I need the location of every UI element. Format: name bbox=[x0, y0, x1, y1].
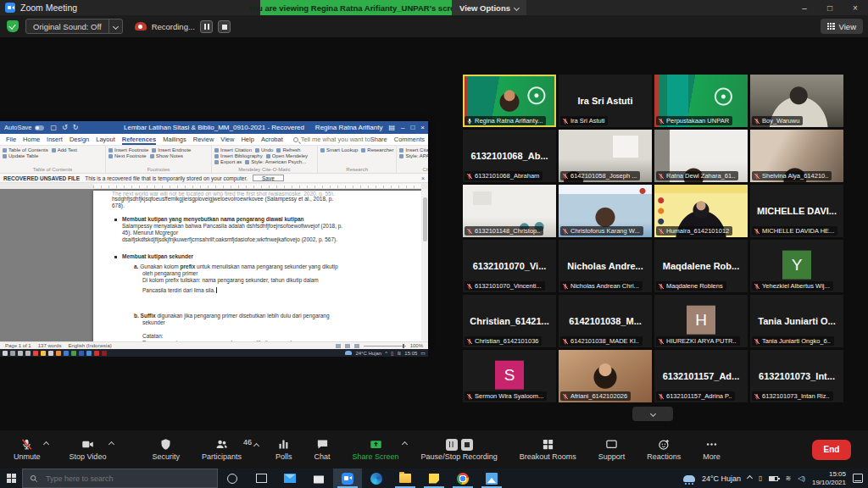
minimize-button[interactable]: – bbox=[792, 3, 817, 13]
word-close-button[interactable]: × bbox=[420, 124, 425, 131]
file-explorer-icon[interactable] bbox=[391, 469, 420, 488]
participant-tile[interactable]: Regina Ratna Arifianty... bbox=[463, 75, 556, 127]
web-layout-icon[interactable] bbox=[354, 344, 359, 348]
redo-icon[interactable]: ↻ bbox=[73, 124, 79, 131]
clock[interactable]: 15:05 19/10/2021 bbox=[812, 470, 846, 486]
ribbon-button[interactable]: Insert Citation bbox=[399, 147, 428, 152]
unmute-button[interactable]: Unmute bbox=[14, 438, 41, 461]
edge-icon[interactable] bbox=[362, 469, 391, 488]
page-count[interactable]: Page 1 of 1 bbox=[5, 343, 31, 348]
participant-tile[interactable]: HHIUREZKI ARYA PUTR.. bbox=[654, 295, 748, 347]
task-view-icon[interactable] bbox=[247, 469, 275, 488]
word-tab-insert[interactable]: Insert bbox=[47, 136, 63, 143]
ribbon-options-icon[interactable]: ▤ bbox=[388, 124, 395, 131]
polls-button[interactable]: Polls bbox=[275, 438, 292, 461]
participant-tile[interactable]: Christoforus Karang W... bbox=[559, 185, 652, 237]
meeting-info-shield-icon[interactable] bbox=[7, 20, 19, 32]
share-button[interactable]: Share bbox=[370, 136, 387, 143]
participant-tile[interactable]: 6132101068_Ab...6132101068_Abraham bbox=[463, 130, 556, 182]
document-page[interactable]: The next world war will not be located o… bbox=[93, 191, 421, 343]
tray-expand-icon[interactable] bbox=[747, 475, 753, 481]
language-status[interactable]: English (Indonesia) bbox=[68, 343, 111, 348]
gallery-view-button[interactable]: View bbox=[821, 19, 863, 34]
word-minimize-button[interactable]: – bbox=[401, 124, 404, 131]
participant-tile[interactable]: 6132101073_Int...6132101073_Intan Riz.. bbox=[750, 350, 843, 402]
participant-tile[interactable]: Christian_61421...Christian_6142101036 bbox=[463, 295, 556, 347]
word-tab-mailings[interactable]: Mailings bbox=[163, 136, 186, 143]
word-maximize-button[interactable]: □ bbox=[410, 124, 415, 131]
ribbon-button[interactable]: Style: APA bbox=[399, 153, 428, 158]
maximize-button[interactable]: □ bbox=[817, 3, 843, 13]
participant-tile[interactable]: Maqdalene Rob...Maqdalene Roblens bbox=[654, 240, 748, 292]
zoom-taskbar-icon[interactable] bbox=[333, 469, 362, 488]
breakout-rooms-button[interactable]: Breakout Rooms bbox=[520, 438, 576, 461]
security-button[interactable]: Security bbox=[152, 438, 180, 461]
pause-stop-recording-button[interactable]: Pause/Stop Recording bbox=[421, 439, 498, 461]
save-recovered-button[interactable]: Save bbox=[253, 175, 284, 181]
participant-tile[interactable]: MICHELLE DAVI...MICHELLE DAVIDA HE... bbox=[750, 185, 843, 237]
word-tab-design[interactable]: Design bbox=[70, 136, 89, 143]
word-tab-acrobat[interactable]: Acrobat bbox=[261, 136, 283, 143]
usb-icon[interactable]: ▯ bbox=[759, 474, 762, 482]
document-area[interactable]: The next world war will not be located o… bbox=[0, 189, 428, 343]
end-meeting-button[interactable]: End bbox=[812, 440, 851, 460]
share-screen-button[interactable]: Share Screen bbox=[353, 438, 399, 461]
zoom-slider[interactable] bbox=[364, 346, 406, 347]
participant-tile[interactable]: Nicholas Andre...Nicholas Andrean Chri..… bbox=[559, 240, 652, 292]
sticky-notes-icon[interactable] bbox=[420, 469, 448, 488]
word-tab-layout[interactable]: Layout bbox=[96, 136, 115, 143]
taskbar-search[interactable] bbox=[22, 469, 218, 488]
ribbon-button[interactable]: Refresh bbox=[276, 147, 300, 152]
ribbon-button[interactable]: Researcher bbox=[361, 147, 393, 152]
pause-recording-button[interactable] bbox=[200, 20, 213, 33]
save-icon[interactable]: ▢ bbox=[51, 124, 58, 131]
photos-icon[interactable] bbox=[477, 469, 506, 488]
word-tab-help[interactable]: Help bbox=[241, 136, 253, 143]
participant-tile[interactable]: Humaira_6142101012 bbox=[654, 185, 748, 237]
ribbon-button[interactable]: Add Text bbox=[52, 147, 77, 152]
stop-recording-button[interactable] bbox=[218, 20, 231, 33]
word-tab-view[interactable]: View bbox=[220, 136, 234, 143]
ribbon-button[interactable]: Insert Bibliography bbox=[214, 153, 263, 158]
participant-tile[interactable]: 6142101038_M...6142101038_MADE KI.. bbox=[559, 295, 652, 347]
word-count[interactable]: 137 words bbox=[38, 343, 62, 348]
ribbon-button[interactable]: Next Footnote bbox=[108, 153, 147, 158]
chat-button[interactable]: Chat bbox=[314, 438, 331, 461]
weather-text[interactable]: 24°C Hujan bbox=[702, 474, 741, 483]
weather-icon[interactable] bbox=[683, 475, 695, 482]
original-sound-button[interactable]: Original Sound: Off bbox=[25, 19, 123, 34]
cortana-icon[interactable] bbox=[218, 469, 247, 488]
dismiss-bar-icon[interactable]: × bbox=[421, 175, 425, 181]
participant-tile[interactable]: Afriani_6142102026 bbox=[559, 350, 652, 402]
more-button[interactable]: More bbox=[703, 438, 721, 461]
ribbon-button[interactable]: Export as bbox=[214, 159, 242, 164]
support-button[interactable]: Support bbox=[598, 438, 626, 461]
ribbon-button[interactable]: Style: American Psych... bbox=[245, 159, 306, 164]
participant-tile[interactable]: Tania Juniarti O...Tania Juniarti Ongko_… bbox=[750, 295, 843, 347]
participant-tile[interactable]: 6142101058_Joseph ... bbox=[559, 130, 652, 182]
word-tab-references[interactable]: References bbox=[122, 136, 156, 143]
close-button[interactable]: × bbox=[843, 3, 868, 13]
participant-tile[interactable]: Ira Sri AstutiIra Sri Astuti bbox=[559, 75, 652, 127]
comments-button[interactable]: Comments bbox=[394, 136, 425, 143]
participant-tile[interactable]: Boy_Waruwu bbox=[750, 75, 843, 127]
store-icon[interactable] bbox=[304, 469, 333, 488]
search-input[interactable] bbox=[44, 474, 197, 484]
word-tab-review[interactable]: Review bbox=[193, 136, 214, 143]
ribbon-button[interactable]: Table of Contents bbox=[3, 147, 48, 152]
participants-button[interactable]: Participants 46 bbox=[202, 438, 253, 461]
ribbon-button[interactable]: Open Mendeley bbox=[266, 153, 308, 158]
participant-tile[interactable]: Perpustakaan UNPAR bbox=[654, 75, 748, 127]
action-center-icon[interactable] bbox=[853, 474, 863, 483]
participant-tile[interactable]: Shelvina Alya_614210.. bbox=[750, 130, 843, 182]
participant-tile[interactable]: 6132101157_Ad...6132101157_Adrina P.. bbox=[654, 350, 748, 402]
reactions-button[interactable]: Reactions bbox=[647, 438, 681, 461]
participant-tile[interactable]: YYehezkiel Albertus Wij... bbox=[750, 240, 843, 292]
view-options-button[interactable]: View Options bbox=[452, 0, 526, 15]
participant-tile[interactable]: Ratna Dewi Zahara_61.. bbox=[654, 130, 748, 182]
ribbon-button[interactable]: Insert Endnote bbox=[152, 147, 191, 152]
participant-tile[interactable]: 6132101148_Christop.. bbox=[463, 185, 556, 237]
word-tab-file[interactable]: File bbox=[6, 136, 16, 143]
volume-icon[interactable]: ◁) bbox=[798, 474, 805, 482]
participant-tile[interactable]: 6132101070_Vi...6132101070_Vincenti... bbox=[463, 240, 556, 292]
